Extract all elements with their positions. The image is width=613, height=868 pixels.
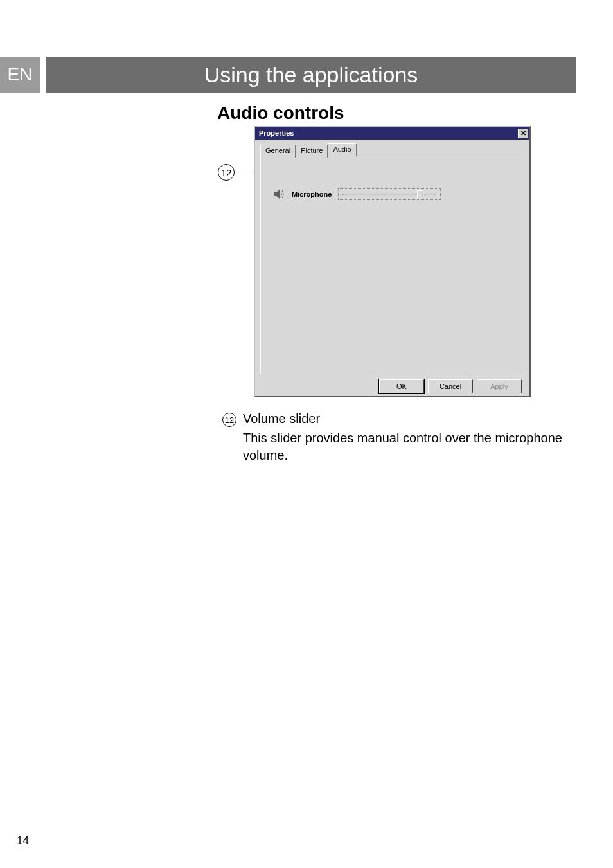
tab-panel-audio: Microphone bbox=[260, 156, 524, 374]
description-text: This slider provides manual control over… bbox=[243, 429, 569, 464]
dialog-titlebar: Properties ✕ bbox=[255, 127, 529, 140]
close-icon: ✕ bbox=[520, 129, 526, 138]
apply-button[interactable]: Apply bbox=[477, 379, 522, 393]
description-block: 12 Volume slider This slider provides ma… bbox=[222, 411, 569, 464]
microphone-label: Microphone bbox=[292, 190, 332, 198]
description-title: Volume slider bbox=[243, 411, 320, 426]
ok-button[interactable]: OK bbox=[379, 379, 424, 393]
page-number: 14 bbox=[17, 835, 29, 847]
tab-audio[interactable]: Audio bbox=[328, 143, 356, 156]
dialog-button-row: OK Cancel Apply bbox=[260, 374, 524, 393]
microphone-row: Microphone bbox=[274, 188, 441, 200]
svg-marker-0 bbox=[274, 190, 280, 199]
speaker-icon bbox=[274, 190, 285, 199]
properties-dialog: Properties ✕ General Picture Audio Micro… bbox=[254, 126, 531, 397]
cancel-button[interactable]: Cancel bbox=[428, 379, 473, 393]
callout-number-badge: 12 bbox=[218, 164, 235, 181]
page-header: Using the applications bbox=[46, 57, 576, 93]
tab-general[interactable]: General bbox=[260, 145, 296, 158]
close-button[interactable]: ✕ bbox=[518, 129, 528, 138]
slider-track bbox=[342, 194, 436, 195]
description-number-badge: 12 bbox=[222, 413, 236, 427]
slider-thumb[interactable] bbox=[417, 190, 422, 199]
language-tab: EN bbox=[0, 57, 40, 93]
section-title: Audio controls bbox=[217, 103, 344, 123]
dialog-title: Properties bbox=[259, 129, 294, 137]
dialog-body: General Picture Audio Microphone bbox=[255, 140, 529, 399]
tab-picture[interactable]: Picture bbox=[296, 145, 328, 158]
tab-strip: General Picture Audio bbox=[260, 143, 524, 156]
microphone-volume-slider[interactable] bbox=[338, 188, 441, 200]
